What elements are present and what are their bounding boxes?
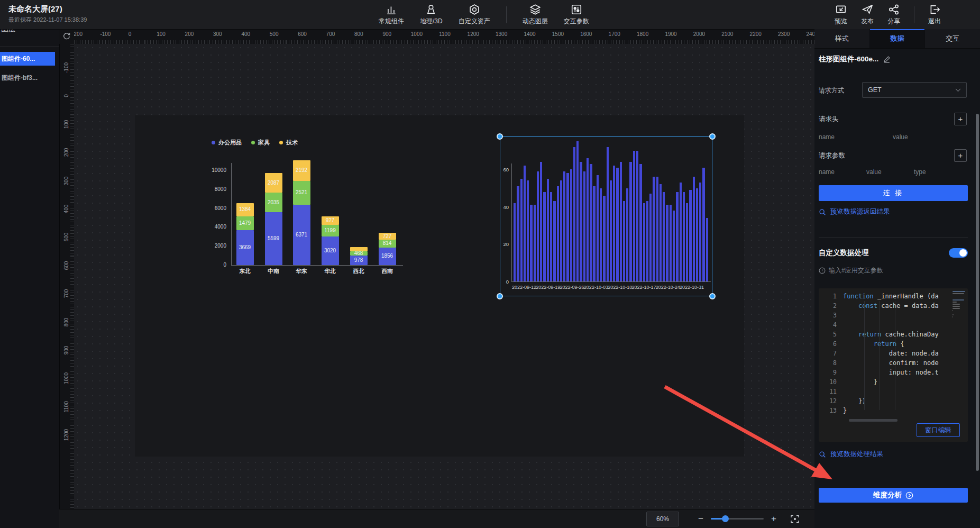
legend-item[interactable]: 家具 bbox=[251, 139, 270, 147]
connect-button[interactable]: 连 接 bbox=[819, 185, 968, 201]
daily-bar[interactable] bbox=[560, 180, 562, 281]
daily-bar[interactable] bbox=[613, 166, 615, 281]
toolbar-item-dynamic-layers[interactable]: 动态图层 bbox=[523, 4, 548, 26]
edit-name-icon[interactable] bbox=[883, 56, 891, 63]
preview-button[interactable]: 预览 bbox=[835, 4, 847, 26]
daily-bar[interactable] bbox=[563, 171, 565, 281]
daily-bar[interactable] bbox=[583, 171, 585, 281]
stacked-bar-segment[interactable]: 2035 bbox=[265, 193, 282, 212]
ruler-refresh-button[interactable] bbox=[59, 29, 74, 44]
daily-bar[interactable] bbox=[607, 147, 609, 281]
tab-data[interactable]: 数据 bbox=[870, 29, 926, 48]
daily-bar[interactable] bbox=[520, 179, 523, 281]
legend-item[interactable]: 技术 bbox=[279, 139, 298, 147]
fit-screen-button[interactable] bbox=[790, 514, 800, 524]
daily-bar[interactable] bbox=[527, 180, 529, 281]
daily-bar[interactable] bbox=[699, 183, 701, 281]
stacked-bar-segment[interactable]: 1384 bbox=[236, 203, 254, 216]
daily-bar[interactable] bbox=[543, 192, 545, 281]
daily-bar[interactable] bbox=[643, 203, 645, 281]
daily-bar[interactable] bbox=[649, 194, 652, 281]
stacked-bar-segment[interactable]: 1856 bbox=[379, 248, 396, 265]
daily-bar[interactable] bbox=[633, 151, 635, 281]
toolbar-item-custom-assets[interactable]: 自定义资产 bbox=[459, 4, 490, 26]
daily-bar[interactable] bbox=[656, 177, 658, 281]
stacked-bar-segment[interactable]: 1199 bbox=[322, 225, 339, 236]
daily-bar[interactable] bbox=[683, 192, 685, 281]
daily-bar[interactable] bbox=[580, 162, 582, 281]
stacked-bar-segment[interactable]: 727 bbox=[379, 233, 396, 240]
stacked-bar-segment[interactable]: 978 bbox=[350, 256, 368, 265]
dimension-analysis-button[interactable]: 维度分析 bbox=[819, 488, 968, 503]
daily-bar[interactable] bbox=[626, 188, 628, 282]
daily-bar[interactable] bbox=[623, 201, 625, 281]
stacked-bar-segment[interactable]: 3020 bbox=[322, 236, 339, 265]
daily-bar[interactable] bbox=[653, 177, 655, 281]
zoom-slider-knob[interactable] bbox=[722, 515, 729, 522]
selected-daily-bar-chart[interactable]: 02040602022-09-122022-09-192022-09-26202… bbox=[500, 136, 712, 296]
tab-interaction[interactable]: 交互 bbox=[925, 29, 980, 48]
daily-bar[interactable] bbox=[540, 162, 542, 281]
add-request-header-button[interactable]: + bbox=[954, 113, 967, 125]
share-button[interactable]: 分享 bbox=[887, 4, 900, 26]
daily-bar[interactable] bbox=[590, 164, 592, 281]
stacked-bar-segment[interactable]: 5599 bbox=[265, 212, 282, 265]
stacked-bar-segment[interactable]: 6371 bbox=[293, 205, 310, 265]
toolbar-item-geo3d[interactable]: 地理/3D bbox=[420, 4, 443, 26]
request-method-select[interactable]: GET bbox=[862, 82, 967, 98]
daily-bar[interactable] bbox=[696, 188, 698, 282]
daily-bar[interactable] bbox=[660, 184, 662, 281]
stacked-bar-segment[interactable]: 814 bbox=[379, 240, 396, 248]
daily-bar[interactable] bbox=[566, 173, 569, 281]
daily-bar[interactable] bbox=[570, 169, 572, 281]
daily-bar[interactable] bbox=[680, 183, 682, 281]
daily-bar[interactable] bbox=[514, 203, 516, 281]
daily-bar[interactable] bbox=[550, 192, 552, 281]
daily-bar[interactable] bbox=[663, 192, 665, 281]
daily-bar[interactable] bbox=[597, 175, 599, 281]
daily-bar[interactable] bbox=[557, 186, 559, 281]
preview-datasource-link[interactable]: 预览数据源返回结果 bbox=[819, 207, 890, 216]
stacked-bar-segment[interactable]: 2087 bbox=[265, 173, 282, 193]
toolbar-item-components[interactable]: 常规组件 bbox=[379, 4, 404, 26]
stacked-bar-segment[interactable]: 468 bbox=[350, 251, 368, 256]
daily-bar[interactable] bbox=[600, 188, 602, 282]
daily-bar[interactable] bbox=[629, 162, 631, 281]
legend-item[interactable]: 办公用品 bbox=[212, 139, 242, 147]
daily-bar[interactable] bbox=[593, 186, 595, 281]
stacked-bar-segment[interactable]: 927 bbox=[322, 216, 339, 225]
daily-bar[interactable] bbox=[646, 201, 648, 281]
daily-bar[interactable] bbox=[573, 147, 575, 281]
daily-bar[interactable] bbox=[702, 168, 704, 281]
daily-bar[interactable] bbox=[706, 218, 708, 281]
daily-bar[interactable] bbox=[547, 179, 549, 281]
add-request-param-button[interactable]: + bbox=[954, 149, 967, 162]
stacked-bar-chart[interactable]: 办公用品家具技术02000400060008000100003669147913… bbox=[180, 138, 407, 276]
daily-bar[interactable] bbox=[537, 171, 539, 281]
daily-bar[interactable] bbox=[670, 205, 672, 281]
zoom-out-button[interactable]: − bbox=[695, 514, 707, 524]
stacked-bar-segment[interactable]: 3669 bbox=[236, 230, 254, 265]
daily-bar[interactable] bbox=[524, 166, 526, 281]
layer-item-selected[interactable]: 图组件-60... bbox=[0, 52, 55, 66]
daily-bar[interactable] bbox=[620, 162, 622, 281]
zoom-in-button[interactable]: + bbox=[768, 514, 780, 524]
daily-bar[interactable] bbox=[686, 203, 688, 281]
panel-scrollbar[interactable] bbox=[976, 114, 979, 471]
daily-bar[interactable] bbox=[610, 180, 612, 281]
daily-bar[interactable] bbox=[576, 141, 579, 281]
resize-handle-top-right[interactable] bbox=[709, 133, 716, 140]
daily-bar[interactable] bbox=[673, 211, 675, 281]
daily-bar[interactable] bbox=[693, 177, 695, 281]
zoom-slider[interactable] bbox=[711, 518, 764, 520]
daily-bar[interactable] bbox=[639, 164, 642, 281]
daily-bar[interactable] bbox=[534, 205, 536, 281]
stacked-bar-segment[interactable] bbox=[350, 247, 368, 251]
exit-button[interactable]: 退出 bbox=[928, 4, 941, 26]
daily-bar[interactable] bbox=[603, 196, 605, 281]
daily-bar[interactable] bbox=[636, 151, 638, 281]
layer-item[interactable]: 图组件-bf3... bbox=[0, 71, 59, 85]
stacked-bar-segment[interactable]: 2521 bbox=[293, 181, 310, 205]
stacked-bar-segment[interactable]: 1479 bbox=[236, 216, 254, 230]
code-editor[interactable]: 1function _innerHandle (da2 const cache … bbox=[819, 288, 968, 442]
